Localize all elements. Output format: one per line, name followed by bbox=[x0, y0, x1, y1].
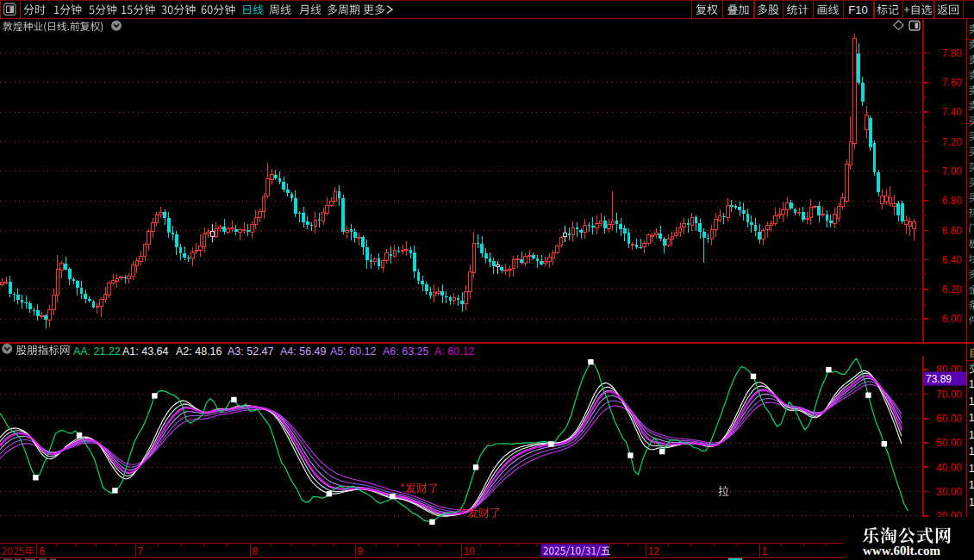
svg-text:60.00: 60.00 bbox=[936, 413, 962, 425]
svg-text:1: 1 bbox=[969, 445, 974, 457]
svg-text:50.00: 50.00 bbox=[936, 437, 962, 449]
svg-text:1: 1 bbox=[969, 412, 974, 424]
svg-text:A3: 52.47: A3: 52.47 bbox=[228, 345, 274, 358]
svg-text:1: 1 bbox=[969, 429, 974, 441]
svg-text:73.89: 73.89 bbox=[926, 373, 952, 385]
svg-text:A1: 43.64: A1: 43.64 bbox=[122, 345, 169, 358]
svg-text:6: 6 bbox=[40, 545, 46, 557]
svg-text:7.20: 7.20 bbox=[942, 136, 963, 148]
svg-text:A2: 48.16: A2: 48.16 bbox=[176, 345, 222, 358]
svg-text:6.80: 6.80 bbox=[942, 195, 963, 207]
svg-text:1: 1 bbox=[762, 545, 768, 557]
svg-text:70.00: 70.00 bbox=[936, 389, 962, 401]
svg-text:1: 1 bbox=[969, 463, 974, 475]
svg-text:A5: 60.12: A5: 60.12 bbox=[330, 345, 377, 358]
svg-text:6.60: 6.60 bbox=[942, 225, 963, 237]
svg-text:7.00: 7.00 bbox=[942, 165, 963, 177]
svg-text:7: 7 bbox=[138, 545, 144, 557]
svg-text:www.60lt.com: www.60lt.com bbox=[863, 544, 940, 557]
svg-text:1: 1 bbox=[969, 496, 974, 508]
svg-text:8: 8 bbox=[253, 545, 259, 557]
svg-text:10: 10 bbox=[464, 545, 476, 557]
svg-text:A6: 63.25: A6: 63.25 bbox=[383, 345, 429, 358]
svg-text:7.40: 7.40 bbox=[942, 106, 963, 118]
svg-text:AA: 21.22: AA: 21.22 bbox=[73, 345, 121, 358]
svg-text:7.60: 7.60 bbox=[942, 77, 963, 89]
svg-text:7.80: 7.80 bbox=[942, 47, 963, 59]
svg-text:1: 1 bbox=[969, 395, 974, 408]
svg-text:1: 1 bbox=[969, 479, 974, 491]
svg-text:F10: F10 bbox=[848, 3, 867, 16]
svg-text:1: 1 bbox=[969, 378, 974, 390]
svg-text:12: 12 bbox=[648, 545, 660, 557]
svg-text:9: 9 bbox=[358, 545, 364, 557]
svg-text:40.00: 40.00 bbox=[936, 462, 962, 474]
svg-text:6.40: 6.40 bbox=[942, 254, 963, 266]
svg-text:6.20: 6.20 bbox=[942, 283, 963, 296]
svg-text:A: 60.12: A: 60.12 bbox=[434, 345, 475, 358]
svg-text:30.00: 30.00 bbox=[936, 486, 962, 498]
svg-text:6.00: 6.00 bbox=[942, 313, 963, 325]
svg-text:A4: 56.49: A4: 56.49 bbox=[280, 345, 327, 358]
